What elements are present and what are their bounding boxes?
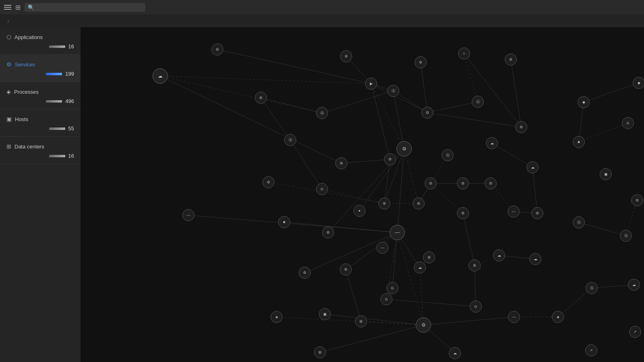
- node-n4[interactable]: ≈: [458, 47, 470, 60]
- node-icon-n32: —: [512, 210, 516, 214]
- node-n61[interactable]: ◈: [270, 311, 283, 323]
- svg-line-38: [346, 269, 361, 321]
- node-n11[interactable]: ⚙: [421, 107, 433, 119]
- node-n38[interactable]: ■: [278, 216, 290, 228]
- node-n21[interactable]: ☁: [486, 137, 498, 149]
- node-n12[interactable]: Ⓐ: [472, 96, 484, 108]
- node-n17[interactable]: ⚙: [335, 157, 347, 169]
- node-n14[interactable]: ◆: [578, 96, 590, 108]
- node-n36[interactable]: ●: [353, 205, 365, 217]
- node-n15[interactable]: ◆: [633, 77, 644, 89]
- node-n60[interactable]: ☁: [628, 279, 640, 291]
- node-n62[interactable]: ⚙: [416, 317, 431, 333]
- sidebar-label-processes: Processes: [14, 89, 39, 95]
- node-n24[interactable]: ■: [573, 136, 585, 148]
- node-n56[interactable]: ⊞: [355, 315, 367, 327]
- node-n23[interactable]: G: [622, 117, 634, 129]
- node-icon-n25: ⚙: [267, 181, 270, 184]
- node-n5[interactable]: ⚙: [505, 53, 517, 66]
- node-n30[interactable]: ⚙: [457, 177, 469, 189]
- node-n13[interactable]: ⚙: [515, 121, 527, 133]
- node-n37[interactable]: —: [182, 209, 194, 221]
- node-n53[interactable]: G: [380, 293, 392, 305]
- node-n33[interactable]: ⚙: [531, 207, 543, 219]
- node-n9[interactable]: ▶: [365, 78, 377, 90]
- node-n1[interactable]: ⚙: [211, 43, 223, 56]
- svg-line-4: [371, 84, 427, 113]
- node-n22[interactable]: ☁: [526, 161, 539, 173]
- node-icon-n28: ⚙: [417, 202, 420, 206]
- node-n19[interactable]: ⚙: [396, 141, 412, 156]
- node-n49[interactable]: ⚙: [469, 259, 481, 272]
- node-n7[interactable]: ⚙: [255, 92, 267, 104]
- node-n48[interactable]: ⚙: [423, 251, 435, 263]
- node-n63[interactable]: ☁: [449, 347, 461, 359]
- node-n28[interactable]: ⚙: [413, 197, 425, 210]
- node-n44[interactable]: Ⓐ: [620, 230, 632, 242]
- sidebar-section-hosts[interactable]: ▣ Hosts 55: [0, 109, 80, 137]
- node-n10[interactable]: Ⓐ: [387, 85, 399, 97]
- menu-button[interactable]: [4, 5, 11, 10]
- node-n40[interactable]: ⚙: [322, 226, 334, 239]
- node-icon-n41: —: [381, 246, 384, 250]
- node-n59[interactable]: Ⓐ: [586, 282, 598, 294]
- node-n31[interactable]: ⚙: [485, 177, 497, 189]
- sidebar-section-datacenters[interactable]: ⊞ Data centers 16: [0, 137, 80, 164]
- sidebar-label-applications: Applications: [14, 34, 43, 40]
- node-n54[interactable]: G: [470, 300, 482, 313]
- node-n46[interactable]: ⚙: [340, 263, 352, 276]
- node-n6[interactable]: ☁: [153, 68, 168, 84]
- node-icon-n59: Ⓐ: [590, 286, 594, 290]
- search-icon: 🔍: [28, 4, 34, 10]
- node-icon-n63: ☁: [453, 352, 457, 355]
- node-n32[interactable]: —: [508, 206, 520, 218]
- node-n8[interactable]: Ⓐ: [316, 107, 328, 119]
- apps-button[interactable]: ⊞: [15, 4, 21, 11]
- sidebar-section-services[interactable]: ⚙ Services 199: [0, 55, 80, 82]
- node-n3[interactable]: ⚙: [415, 56, 427, 68]
- sidebar-section-applications[interactable]: ⬡ Applications 16: [0, 27, 80, 55]
- svg-line-61: [511, 60, 521, 127]
- node-icon-n43: Ⓐ: [577, 221, 581, 224]
- node-n43[interactable]: Ⓐ: [573, 216, 585, 228]
- node-n45[interactable]: ⚙: [299, 267, 311, 279]
- node-n64[interactable]: ⊞: [314, 346, 326, 358]
- node-n65[interactable]: ↗: [585, 344, 597, 356]
- node-n35[interactable]: ⚙: [631, 194, 643, 206]
- svg-line-27: [384, 159, 390, 204]
- node-n29[interactable]: ⚙: [425, 177, 437, 189]
- search-wrapper: 🔍: [25, 3, 145, 12]
- node-n55[interactable]: ▣: [319, 308, 331, 320]
- node-n42[interactable]: ⚙: [457, 207, 469, 219]
- node-n50[interactable]: ☁: [493, 249, 505, 261]
- node-n51[interactable]: ☁: [529, 253, 541, 265]
- node-icon-n46: ⚙: [344, 268, 347, 272]
- sidebar-icon-applications: ⬡: [6, 34, 11, 40]
- node-n58[interactable]: ◈: [552, 311, 564, 323]
- node-n20[interactable]: Ⓐ: [442, 149, 454, 161]
- node-n26[interactable]: G: [316, 183, 328, 195]
- node-n41[interactable]: —: [376, 242, 388, 254]
- node-n34[interactable]: ▣: [600, 168, 612, 180]
- node-n57[interactable]: —: [508, 311, 520, 323]
- node-n25[interactable]: ⚙: [262, 176, 275, 188]
- svg-line-60: [579, 123, 628, 142]
- node-n47[interactable]: ☁: [414, 261, 426, 274]
- breadcrumb-separator: ›: [7, 18, 9, 24]
- node-n66[interactable]: ↗: [629, 326, 641, 338]
- search-input[interactable]: [37, 4, 142, 10]
- sidebar-section-processes[interactable]: ◈ Processes 496: [0, 82, 80, 109]
- node-n39[interactable]: —: [390, 225, 405, 240]
- node-icon-n5: ⚙: [509, 58, 512, 62]
- node-n27[interactable]: ⚙: [378, 197, 390, 210]
- svg-line-23: [392, 232, 397, 288]
- sidebar-icon-processes: ◈: [6, 88, 11, 95]
- svg-line-62: [464, 53, 478, 102]
- node-n18[interactable]: ⚙: [384, 153, 396, 165]
- svg-line-10: [427, 113, 521, 127]
- node-n2[interactable]: ⚙: [340, 50, 352, 62]
- node-n52[interactable]: G: [386, 282, 398, 294]
- node-n16[interactable]: Ⓐ: [284, 134, 296, 146]
- svg-line-16: [397, 149, 404, 232]
- node-icon-n24: ■: [578, 140, 580, 144]
